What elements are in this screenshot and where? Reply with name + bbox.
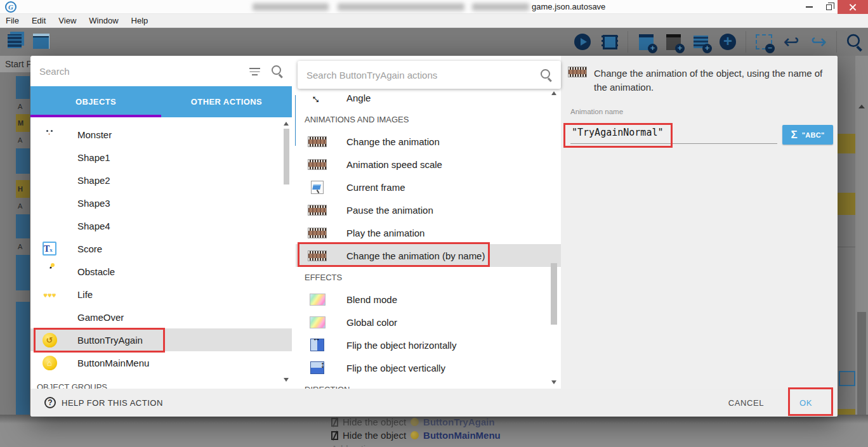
film-strip-icon (568, 67, 587, 77)
menu-file[interactable]: File (0, 16, 25, 25)
scroll-down-icon[interactable] (551, 380, 556, 384)
action-row-pause-the-animation[interactable]: Pause the animation (296, 198, 561, 221)
restore-icon[interactable] (820, 0, 838, 14)
event-column-block (16, 76, 30, 99)
search-icon[interactable] (845, 32, 864, 52)
event-column-block: A (16, 99, 30, 114)
action-row-global-color[interactable]: Global color (296, 311, 561, 334)
object-label: GameOver (77, 312, 124, 323)
filter-icon[interactable] (249, 67, 261, 75)
menu-help[interactable]: Help (125, 16, 155, 25)
action-label: Animation speed scale (346, 159, 442, 170)
tab-objects[interactable]: OBJECTS (30, 86, 161, 117)
object-row-shape4[interactable]: Shape4 (30, 214, 292, 237)
debug-icon[interactable] (600, 32, 619, 52)
event-column-block: A (16, 238, 30, 255)
object-row-buttontryagain[interactable]: ButtonTryAgain (30, 328, 292, 351)
delete-event-icon[interactable] (754, 32, 773, 52)
events-sheet-right-glimpse (838, 56, 855, 447)
object-row-score[interactable]: Score (30, 237, 292, 260)
action-row-flip-the-object-horizontally[interactable]: Flip the object horizontally (296, 334, 561, 356)
scrollbar-thumb[interactable] (551, 263, 557, 325)
object-label: Obstacle (77, 266, 115, 277)
object-row-buttonmainmenu[interactable]: ButtonMainMenu (30, 351, 292, 374)
object-row-life[interactable]: Life (30, 283, 292, 306)
add-event-icon[interactable] (636, 32, 655, 52)
add-comment-icon[interactable] (691, 32, 710, 52)
action-row-change-the-animation-by-name-[interactable]: Change the animation (by name) (296, 244, 561, 267)
action-list: AngleANIMATIONS AND IMAGESChange the ani… (296, 86, 561, 389)
event-object-name: ButtonTryAgain (423, 417, 495, 427)
ok-button[interactable]: OK (794, 389, 817, 417)
flip-vertical-icon (310, 361, 324, 374)
object-row-shape1[interactable]: Shape1 (30, 146, 292, 169)
action-icon-cell (306, 131, 329, 152)
background-scrollbar[interactable] (855, 56, 868, 447)
action-label: Pause the animation (346, 205, 433, 216)
action-search-input[interactable] (306, 70, 534, 81)
scroll-up-icon[interactable] (551, 91, 556, 95)
action-row-flip-the-object-vertically[interactable]: Flip the object vertically (296, 356, 561, 379)
tab-other-actions[interactable]: OTHER ACTIONS (161, 86, 292, 117)
help-link[interactable]: ? HELP FOR THIS ACTION (44, 397, 163, 408)
event-column-block (16, 302, 30, 415)
film-strip-icon (308, 250, 327, 261)
object-search-input[interactable] (39, 66, 239, 77)
close-icon[interactable] (838, 0, 868, 14)
preview-play-icon[interactable] (573, 32, 592, 52)
object-row-shape3[interactable]: Shape3 (30, 191, 292, 214)
object-label: Life (77, 289, 93, 300)
redacted-title-segment (472, 3, 529, 11)
animation-name-field[interactable] (570, 123, 777, 144)
menu-view[interactable]: View (52, 16, 82, 25)
rainbow-icon (310, 294, 326, 306)
main-menu-button-icon (43, 356, 57, 370)
action-row-current-frame[interactable]: Current frame (296, 176, 561, 198)
restore-glyph (826, 4, 832, 10)
divider (838, 247, 855, 247)
start-page-icon[interactable] (32, 31, 51, 51)
action-label: Global color (346, 317, 397, 328)
undo-icon[interactable] (782, 32, 801, 52)
object-label: ButtonTryAgain (77, 335, 143, 346)
object-row-monster[interactable]: Monster (30, 123, 292, 146)
object-icon-cell (38, 216, 61, 236)
action-row-play-the-animation[interactable]: Play the animation (296, 221, 561, 244)
cancel-button[interactable]: CANCEL (723, 389, 769, 417)
action-label: Change the animation (346, 136, 440, 147)
action-row-animation-speed-scale[interactable]: Animation speed scale (296, 153, 561, 176)
action-label: Blend mode (346, 294, 397, 305)
object-row-obstacle[interactable]: Obstacle (30, 260, 292, 283)
scrollbar-thumb[interactable] (284, 129, 289, 185)
action-icon-cell (306, 289, 329, 309)
redacted-title-segment (338, 3, 464, 11)
action-row-angle[interactable]: Angle (296, 86, 561, 109)
event-column-block (16, 255, 30, 290)
minimize-icon[interactable] (798, 0, 820, 14)
add-circle-icon[interactable] (718, 32, 737, 52)
object-row-gameover[interactable]: GameOver (30, 306, 292, 328)
expression-editor-button[interactable]: Σ "ABC" (782, 125, 833, 145)
redo-icon[interactable] (809, 32, 828, 52)
action-row-change-the-animation[interactable]: Change the animation (296, 130, 561, 153)
expression-button-label: "ABC" (802, 131, 825, 139)
redacted-title-segment (253, 3, 329, 11)
menu-window[interactable]: Window (82, 16, 124, 25)
action-section-animations-and-images: ANIMATIONS AND IMAGES (296, 109, 561, 130)
sigma-icon: Σ (791, 129, 798, 141)
add-subevent-icon[interactable] (664, 32, 683, 52)
menu-bar: FileEditViewWindowHelp (0, 14, 868, 28)
event-block (838, 134, 855, 153)
scroll-up-icon[interactable] (858, 105, 865, 108)
scroll-down-icon[interactable] (284, 378, 289, 382)
menu-edit[interactable]: Edit (25, 16, 52, 25)
project-manager-icon[interactable] (5, 31, 24, 51)
action-icon-cell (306, 312, 329, 332)
scroll-up-icon[interactable] (284, 122, 289, 126)
gdevelop-logo-icon: G (5, 1, 16, 13)
action-icon-cell (306, 154, 329, 174)
action-label: Change the animation (by name) (346, 250, 485, 261)
object-row-shape2[interactable]: Shape2 (30, 169, 292, 191)
action-row-blend-mode[interactable]: Blend mode (296, 288, 561, 311)
film-strip-icon (308, 136, 327, 147)
